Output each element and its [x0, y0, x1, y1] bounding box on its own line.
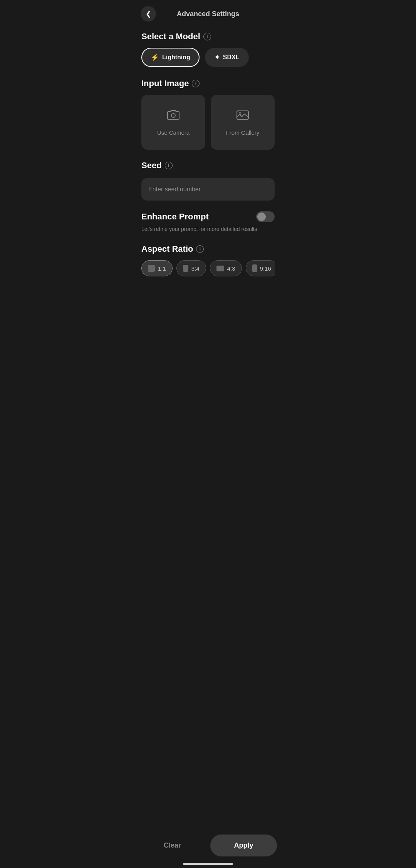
seed-section: Seed i	[141, 161, 275, 201]
use-camera-label: Use Camera	[157, 129, 190, 136]
page-title: Advanced Settings	[177, 10, 239, 18]
seed-title: Seed i	[141, 161, 275, 171]
enhance-prompt-description: Let's refine your prompt for more detail…	[141, 225, 275, 233]
aspect-ratio-info-icon[interactable]: i	[196, 245, 204, 253]
aspect-1-1-button[interactable]: 1:1	[141, 260, 173, 276]
apply-button[interactable]: Apply	[210, 835, 277, 856]
aspect-4-3-label: 4:3	[227, 265, 235, 272]
aspect-4-3-button[interactable]: 4:3	[210, 260, 242, 276]
aspect-ratio-title: Aspect Ratio i	[141, 244, 275, 254]
home-indicator	[183, 863, 233, 865]
lightning-label: Lightning	[162, 54, 190, 61]
gallery-icon	[236, 109, 250, 124]
model-buttons-group: ⚡ Lightning ✦ SDXL	[141, 48, 275, 67]
toggle-knob	[257, 212, 266, 221]
use-camera-button[interactable]: Use Camera	[141, 95, 205, 150]
back-button[interactable]: ❮	[141, 6, 156, 22]
aspect-9-16-icon	[252, 264, 257, 272]
aspect-4-3-icon	[216, 266, 224, 271]
seed-input[interactable]	[141, 178, 275, 201]
enhance-prompt-section: Enhance Prompt Let's refine your prompt …	[141, 211, 275, 233]
aspect-ratio-options-group: 1:1 3:4 4:3 9:16	[141, 260, 275, 278]
sdxl-label: SDXL	[223, 54, 240, 61]
back-arrow-icon: ❮	[146, 10, 151, 17]
from-gallery-button[interactable]: From Gallery	[211, 95, 275, 150]
aspect-3-4-icon	[183, 265, 188, 272]
aspect-ratio-section: Aspect Ratio i 1:1 3:4 4:3 9:16	[141, 244, 275, 278]
model-lightning-button[interactable]: ⚡ Lightning	[141, 48, 200, 67]
lightning-icon: ⚡	[151, 53, 159, 62]
enhance-prompt-header: Enhance Prompt	[141, 211, 275, 222]
image-options-group: Use Camera From Gallery	[141, 95, 275, 150]
aspect-3-4-button[interactable]: 3:4	[176, 260, 206, 276]
enhance-prompt-toggle[interactable]	[256, 211, 275, 222]
aspect-1-1-icon	[148, 265, 155, 272]
camera-icon	[166, 109, 180, 124]
seed-info-icon[interactable]: i	[165, 162, 173, 169]
aspect-9-16-button[interactable]: 9:16	[246, 260, 275, 276]
select-model-title: Select a Model i	[141, 32, 275, 42]
enhance-prompt-title: Enhance Prompt	[141, 212, 209, 222]
input-image-info-icon[interactable]: i	[192, 80, 200, 87]
aspect-1-1-label: 1:1	[158, 265, 166, 272]
from-gallery-label: From Gallery	[226, 129, 260, 136]
model-sdxl-button[interactable]: ✦ SDXL	[205, 48, 249, 67]
svg-point-2	[239, 113, 241, 115]
clear-button[interactable]: Clear	[139, 835, 206, 856]
aspect-3-4-label: 3:4	[191, 265, 200, 272]
select-model-info-icon[interactable]: i	[203, 33, 211, 40]
svg-point-0	[171, 114, 175, 117]
content-area: Select a Model i ⚡ Lightning ✦ SDXL Inpu…	[133, 25, 283, 332]
sdxl-icon: ✦	[214, 53, 220, 62]
input-image-title: Input Image i	[141, 79, 275, 89]
input-image-section: Input Image i Use Camera	[141, 79, 275, 150]
aspect-9-16-label: 9:16	[260, 265, 271, 272]
bottom-bar: Clear Apply	[133, 830, 283, 868]
header: ❮ Advanced Settings	[133, 0, 283, 25]
select-model-section: Select a Model i ⚡ Lightning ✦ SDXL	[141, 32, 275, 67]
